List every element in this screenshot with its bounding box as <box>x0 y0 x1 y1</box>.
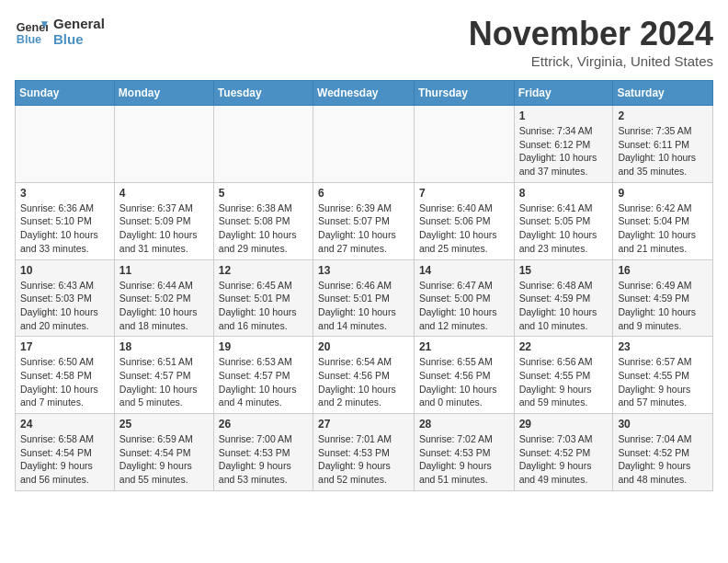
day-number: 29 <box>519 418 609 431</box>
day-number: 22 <box>519 340 609 353</box>
empty-cell <box>414 106 514 183</box>
day-number: 21 <box>419 340 509 353</box>
day-number: 6 <box>318 187 409 200</box>
day-info-line: Daylight: 10 hours and 10 minutes. <box>519 305 609 332</box>
calendar-day-14: 14Sunrise: 6:47 AMSunset: 5:00 PMDayligh… <box>414 259 514 337</box>
day-info-line: Sunrise: 6:49 AM <box>618 279 708 293</box>
day-info-line: Sunrise: 6:37 AM <box>119 201 209 215</box>
day-info-line: Sunrise: 6:42 AM <box>618 201 708 215</box>
day-info-line: Sunrise: 6:40 AM <box>419 201 509 215</box>
day-info-line: Sunrise: 7:04 AM <box>618 432 708 446</box>
calendar-day-28: 28Sunrise: 7:02 AMSunset: 4:53 PMDayligh… <box>414 414 514 491</box>
day-info-line: Sunset: 4:55 PM <box>618 369 708 383</box>
weekday-header-wednesday: Wednesday <box>313 81 415 106</box>
day-info-line: Sunset: 4:52 PM <box>618 446 708 460</box>
day-info-line: Sunrise: 6:43 AM <box>20 279 109 293</box>
calendar-day-6: 6Sunrise: 6:39 AMSunset: 5:07 PMDaylight… <box>313 182 415 259</box>
day-info-line: Sunrise: 6:44 AM <box>119 279 209 293</box>
day-info-line: Sunrise: 6:39 AM <box>318 201 409 215</box>
day-number: 28 <box>419 418 509 431</box>
calendar-week-row: 3Sunrise: 6:36 AMSunset: 5:10 PMDaylight… <box>16 182 713 259</box>
day-info-line: Sunset: 5:10 PM <box>20 214 109 228</box>
logo-general: General <box>53 16 105 31</box>
calendar-day-17: 17Sunrise: 6:50 AMSunset: 4:58 PMDayligh… <box>16 337 115 414</box>
day-number: 15 <box>519 264 609 277</box>
day-info-line: Sunset: 5:00 PM <box>419 292 509 305</box>
day-info-line: Sunset: 5:04 PM <box>618 214 708 228</box>
calendar-day-24: 24Sunrise: 6:58 AMSunset: 4:54 PMDayligh… <box>16 414 115 491</box>
empty-cell <box>213 106 313 183</box>
day-info-line: Sunrise: 6:56 AM <box>519 355 609 369</box>
title-section: November 2024 Ettrick, Virginia, United … <box>469 15 713 69</box>
day-info-line: Sunset: 4:56 PM <box>318 369 409 383</box>
day-info-line: Sunrise: 7:01 AM <box>318 432 409 446</box>
day-info-line: Sunset: 4:54 PM <box>20 446 109 460</box>
day-info-line: Daylight: 10 hours and 27 minutes. <box>318 228 409 255</box>
logo-blue: Blue <box>53 31 105 47</box>
day-info-line: Daylight: 9 hours and 51 minutes. <box>419 459 509 486</box>
day-info-line: Daylight: 10 hours and 37 minutes. <box>519 151 609 178</box>
day-info-line: Daylight: 9 hours and 59 minutes. <box>519 383 609 409</box>
day-number: 23 <box>618 340 708 353</box>
day-info-line: Sunset: 5:08 PM <box>219 214 308 228</box>
day-info-line: Sunset: 4:53 PM <box>419 446 509 460</box>
day-info-line: Daylight: 10 hours and 16 minutes. <box>219 305 308 332</box>
calendar-day-21: 21Sunrise: 6:55 AMSunset: 4:56 PMDayligh… <box>414 337 514 414</box>
calendar-week-row: 24Sunrise: 6:58 AMSunset: 4:54 PMDayligh… <box>16 414 713 491</box>
weekday-header-thursday: Thursday <box>414 81 514 106</box>
calendar-day-13: 13Sunrise: 6:46 AMSunset: 5:01 PMDayligh… <box>313 259 415 337</box>
calendar-day-15: 15Sunrise: 6:48 AMSunset: 4:59 PMDayligh… <box>514 259 613 337</box>
weekday-header-row: SundayMondayTuesdayWednesdayThursdayFrid… <box>16 81 713 106</box>
calendar-table: SundayMondayTuesdayWednesdayThursdayFrid… <box>15 80 713 491</box>
calendar-day-30: 30Sunrise: 7:04 AMSunset: 4:52 PMDayligh… <box>613 414 713 491</box>
calendar-day-25: 25Sunrise: 6:59 AMSunset: 4:54 PMDayligh… <box>114 414 213 491</box>
day-info-line: Daylight: 10 hours and 7 minutes. <box>20 383 109 409</box>
calendar-day-12: 12Sunrise: 6:45 AMSunset: 5:01 PMDayligh… <box>213 259 313 337</box>
day-info-line: Sunset: 4:59 PM <box>519 292 609 305</box>
day-number: 18 <box>119 340 209 353</box>
day-info-line: Daylight: 10 hours and 33 minutes. <box>20 228 109 255</box>
day-info-line: Sunrise: 6:48 AM <box>519 279 609 293</box>
day-info-line: Sunset: 5:05 PM <box>519 214 609 228</box>
day-info-line: Sunset: 5:03 PM <box>20 292 109 305</box>
day-info-line: Sunrise: 7:34 AM <box>519 124 609 138</box>
day-info-line: Sunrise: 6:54 AM <box>318 355 409 369</box>
day-info-line: Sunset: 4:59 PM <box>618 292 708 305</box>
calendar-day-8: 8Sunrise: 6:41 AMSunset: 5:05 PMDaylight… <box>514 182 613 259</box>
day-info-line: Sunrise: 7:35 AM <box>618 124 708 138</box>
day-info-line: Sunset: 5:07 PM <box>318 214 409 228</box>
location-title: Ettrick, Virginia, United States <box>469 53 713 69</box>
calendar-week-row: 1Sunrise: 7:34 AMSunset: 6:12 PMDaylight… <box>16 106 713 183</box>
day-number: 27 <box>318 418 409 431</box>
weekday-header-tuesday: Tuesday <box>213 81 313 106</box>
day-info-line: Sunset: 4:57 PM <box>119 369 209 383</box>
day-info-line: Sunset: 4:54 PM <box>119 446 209 460</box>
day-info-line: Daylight: 9 hours and 53 minutes. <box>219 459 308 486</box>
day-info-line: Sunrise: 6:58 AM <box>20 432 109 446</box>
day-info-line: Sunset: 4:57 PM <box>219 369 308 383</box>
day-number: 11 <box>119 264 209 277</box>
weekday-header-friday: Friday <box>514 81 613 106</box>
calendar-day-1: 1Sunrise: 7:34 AMSunset: 6:12 PMDaylight… <box>514 106 613 183</box>
day-number: 3 <box>20 187 109 200</box>
day-info-line: Sunrise: 6:47 AM <box>419 279 509 293</box>
day-info-line: Sunrise: 7:02 AM <box>419 432 509 446</box>
calendar-day-18: 18Sunrise: 6:51 AMSunset: 4:57 PMDayligh… <box>114 337 213 414</box>
day-info-line: Sunset: 5:02 PM <box>119 292 209 305</box>
day-info-line: Sunrise: 6:55 AM <box>419 355 509 369</box>
day-info-line: Sunset: 6:11 PM <box>618 138 708 152</box>
day-info-line: Daylight: 10 hours and 4 minutes. <box>219 383 308 409</box>
day-info-line: Daylight: 9 hours and 55 minutes. <box>119 459 209 486</box>
day-number: 10 <box>20 264 109 277</box>
day-info-line: Daylight: 9 hours and 56 minutes. <box>20 459 109 486</box>
day-info-line: Daylight: 10 hours and 35 minutes. <box>618 151 708 178</box>
weekday-header-sunday: Sunday <box>16 81 115 106</box>
day-info-line: Sunset: 5:01 PM <box>318 292 409 305</box>
day-info-line: Sunrise: 6:59 AM <box>119 432 209 446</box>
calendar-day-4: 4Sunrise: 6:37 AMSunset: 5:09 PMDaylight… <box>114 182 213 259</box>
day-info-line: Daylight: 10 hours and 25 minutes. <box>419 228 509 255</box>
logo-icon: General Blue <box>15 15 48 48</box>
day-number: 24 <box>20 418 109 431</box>
day-number: 30 <box>618 418 708 431</box>
calendar-week-row: 10Sunrise: 6:43 AMSunset: 5:03 PMDayligh… <box>16 259 713 337</box>
